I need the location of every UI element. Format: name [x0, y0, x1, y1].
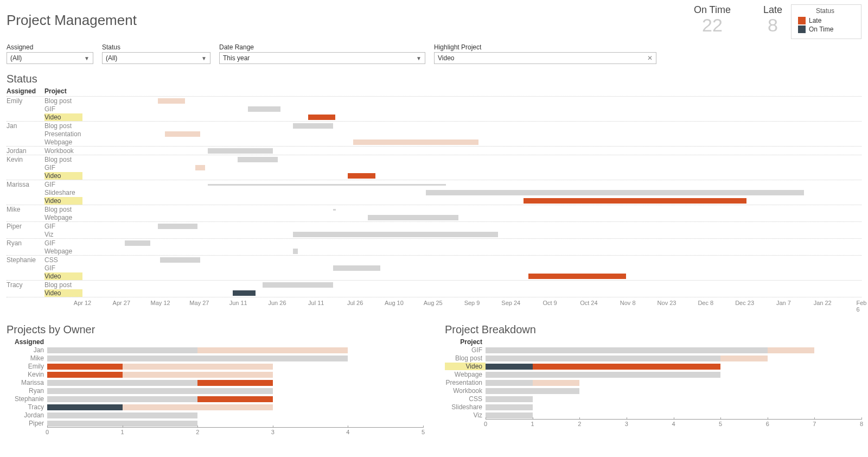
gantt-bar[interactable]: [293, 249, 298, 254]
gantt-row: TracyBlog post: [7, 281, 861, 289]
bar-row[interactable]: Jordan: [7, 411, 423, 419]
bar-row[interactable]: Slideshare: [445, 403, 861, 411]
breakdown-chart[interactable]: GIFBlog postVideoWebpagePresentationWork…: [445, 346, 861, 419]
bar-segment[interactable]: [47, 356, 348, 361]
gantt-bar[interactable]: [308, 115, 336, 120]
project-label: Blog post: [44, 97, 82, 105]
bar-row[interactable]: Workbook: [445, 386, 861, 395]
bar-segment[interactable]: [47, 347, 197, 353]
bar-row[interactable]: Tracy: [7, 403, 423, 411]
bar-row[interactable]: Mike: [7, 354, 423, 362]
bar-row[interactable]: Video: [445, 362, 861, 370]
bar-segment[interactable]: [123, 404, 273, 410]
bar-row[interactable]: Ryan: [7, 386, 423, 395]
gantt-row: Video: [7, 289, 861, 297]
bar-segment[interactable]: [123, 372, 273, 378]
gantt-bar[interactable]: [233, 290, 256, 296]
gantt-bar[interactable]: [160, 257, 200, 263]
gantt-bar[interactable]: [263, 282, 333, 288]
bar-segment[interactable]: [47, 404, 123, 410]
gantt-row: GIF: [7, 105, 861, 113]
gantt-bar[interactable]: [165, 131, 200, 137]
bar-segment[interactable]: [47, 388, 273, 394]
gantt-bar[interactable]: [333, 209, 336, 211]
bar-segment[interactable]: [486, 380, 533, 386]
bar-segment[interactable]: [720, 356, 768, 361]
gantt-bar[interactable]: [524, 198, 746, 204]
bar-segment[interactable]: [47, 364, 123, 370]
legend: Status Late On Time: [791, 4, 861, 39]
bar-segment[interactable]: [123, 364, 273, 370]
axis-tick: Jan 22: [814, 300, 832, 306]
project-label: GIF: [44, 105, 82, 113]
bar-segment[interactable]: [197, 347, 348, 353]
bar-segment[interactable]: [486, 412, 533, 418]
bar-row[interactable]: Jan: [7, 346, 423, 354]
bar-segment[interactable]: [533, 380, 580, 386]
bar-segment[interactable]: [486, 356, 720, 361]
bar-row[interactable]: Piper: [7, 419, 423, 427]
axis-tick: 1: [531, 421, 534, 427]
gantt-bar[interactable]: [158, 224, 198, 229]
clear-icon[interactable]: ✕: [646, 54, 654, 62]
legend-item-late[interactable]: Late: [798, 17, 852, 24]
filter-assigned-select[interactable]: (All) ▼: [7, 52, 93, 64]
bar-row[interactable]: CSS: [445, 395, 861, 403]
gantt-bar[interactable]: [248, 106, 280, 112]
page-title: Project Management: [7, 4, 694, 29]
bar-segment[interactable]: [47, 380, 197, 386]
bar-segment[interactable]: [197, 396, 273, 402]
bar-segment[interactable]: [486, 404, 533, 410]
gantt-bar[interactable]: [293, 232, 499, 237]
bar-label: Webpage: [445, 371, 486, 378]
gantt-bar[interactable]: [208, 148, 273, 154]
filter-daterange-value: This year: [223, 54, 250, 62]
gantt-bar[interactable]: [375, 215, 458, 220]
gantt-bar[interactable]: [426, 190, 804, 195]
bar-label: Blog post: [445, 354, 486, 362]
gantt-bar[interactable]: [158, 98, 186, 104]
bar-segment[interactable]: [486, 372, 720, 378]
legend-item-ontime[interactable]: On Time: [798, 26, 852, 33]
bar-row[interactable]: GIF: [445, 346, 861, 354]
gantt-bar[interactable]: [238, 157, 278, 162]
bar-row[interactable]: Kevin: [7, 370, 423, 378]
bar-row[interactable]: Marissa: [7, 378, 423, 386]
square-icon: [798, 17, 806, 24]
bar-segment[interactable]: [768, 347, 815, 353]
gantt-bar[interactable]: [528, 274, 626, 279]
bar-segment[interactable]: [47, 396, 197, 402]
bar-row[interactable]: Blog post: [445, 354, 861, 362]
bar-row[interactable]: Emily: [7, 362, 423, 370]
bar-segment[interactable]: [47, 412, 197, 418]
bar-row[interactable]: Viz: [445, 411, 861, 419]
bar-row[interactable]: Stephanie: [7, 395, 423, 403]
gantt-bar[interactable]: [125, 240, 150, 246]
axis-tick: Oct 24: [580, 300, 597, 306]
bar-label: Jordan: [7, 411, 47, 419]
owners-chart[interactable]: JanMikeEmilyKevinMarissaRyanStephanieTra…: [7, 346, 423, 427]
bar-segment[interactable]: [486, 388, 579, 394]
gantt-bar[interactable]: [293, 123, 333, 129]
bar-segment[interactable]: [533, 364, 721, 370]
gantt-chart[interactable]: EmilyBlog postGIFVideoJanBlog postPresen…: [7, 96, 861, 297]
bar-segment[interactable]: [486, 396, 533, 402]
filter-daterange-select[interactable]: This year ▼: [219, 52, 425, 64]
bar-segment[interactable]: [486, 347, 768, 353]
bar-segment[interactable]: [197, 380, 273, 386]
gantt-bar[interactable]: [208, 184, 446, 186]
filter-highlight-label: Highlight Project: [434, 43, 656, 51]
axis-tick: 4: [346, 429, 349, 435]
project-label: Blog post: [44, 281, 82, 289]
gantt-bar[interactable]: [195, 165, 205, 170]
gantt-bar[interactable]: [333, 265, 381, 271]
filter-highlight-input[interactable]: Video ✕: [434, 52, 656, 64]
filter-status-select[interactable]: (All) ▼: [102, 52, 210, 64]
axis-tick: 0: [46, 429, 49, 435]
gantt-bar[interactable]: [348, 173, 375, 179]
bar-segment[interactable]: [47, 372, 123, 378]
bar-row[interactable]: Presentation: [445, 378, 861, 386]
bar-row[interactable]: Webpage: [445, 370, 861, 378]
gantt-bar[interactable]: [353, 139, 478, 145]
bar-segment[interactable]: [486, 364, 533, 370]
